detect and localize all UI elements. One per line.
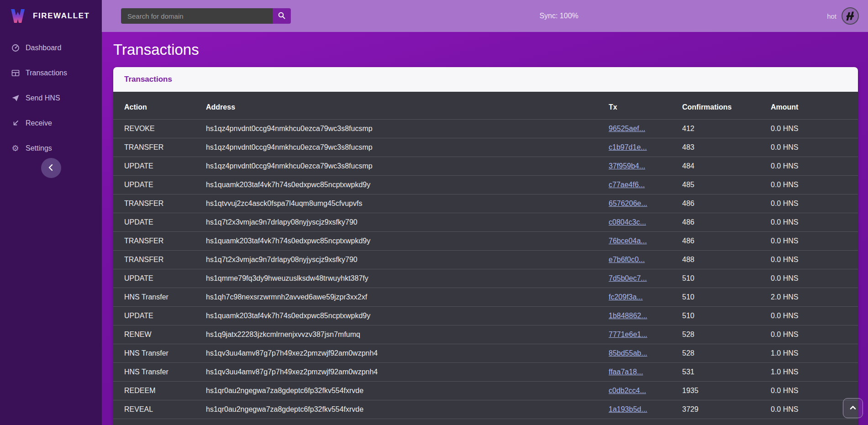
sidebar-item-transactions[interactable]: Transactions	[0, 63, 102, 83]
tx-link[interactable]: c0804c3c...	[609, 218, 646, 226]
tx-link[interactable]: 1a193b5d...	[609, 405, 647, 413]
handshake-avatar-icon[interactable]	[842, 7, 859, 25]
action-cell: UPDATE	[113, 157, 206, 176]
address-cell: hs1qr0au2ngegwa7za8gdeptc6fp32fkv554fxrv…	[206, 400, 609, 419]
address-cell: hs1q9jatx22283jzkcmlrnenjxvvzv387jsn7mfu…	[206, 325, 609, 344]
table-row: TRANSFER hs1quamk203taf4vk7h74s0edxpwc85…	[113, 232, 858, 251]
address-cell: hs1q7t2x3vmjac9n7drlapy08nyjyscjz9xsfky7…	[206, 251, 609, 269]
table-row: UPDATE hs1q7t2x3vmjac9n7drlapy08nyjyscjz…	[113, 213, 858, 232]
sidebar-item-receive[interactable]: Receive	[0, 113, 102, 133]
confirmations-cell: 531	[682, 363, 771, 382]
amount-cell: 0.0 HNS	[771, 382, 858, 400]
action-cell: HNS Transfer	[113, 288, 206, 307]
domain-search	[121, 8, 291, 24]
amount-cell: 1.0 HNS	[771, 363, 858, 382]
column-header-amount: Amount	[771, 92, 858, 120]
table-row: REVEAL hs1qr0au2ngegwa7za8gdeptc6fp32fkv…	[113, 400, 858, 419]
dashboard-icon	[11, 43, 20, 52]
tx-link[interactable]: 85bd55ab...	[609, 349, 647, 357]
amount-cell: 0.0 HNS	[771, 213, 858, 232]
table-row: TRANSFER hs1qtvvuj2zc4asck0fspa7l4uqm8um…	[113, 194, 858, 213]
firewallet-logo-icon	[8, 6, 27, 26]
table-row: UPDATE hs1qmme79fq3dy9hweuzuslksdw48trwu…	[113, 269, 858, 288]
confirmations-cell: 486	[682, 232, 771, 251]
sidebar-nav: Dashboard Transactions Send HNS Receive …	[0, 37, 102, 158]
scroll-to-top-button[interactable]	[843, 398, 863, 418]
address-cell: hs1quamk203taf4vk7h74s0edxpwc85ncptxwpkd…	[206, 176, 609, 194]
tx-link[interactable]: 7d5b0ec7...	[609, 274, 647, 282]
search-icon	[278, 11, 286, 21]
chevron-left-icon	[46, 163, 56, 174]
tx-link[interactable]: c0db2cc4...	[609, 387, 646, 394]
tx-link[interactable]: 37f959b4...	[609, 162, 645, 170]
tx-link[interactable]: fc209f3a...	[609, 293, 643, 301]
search-button[interactable]	[273, 8, 291, 24]
sidebar-item-send-hns[interactable]: Send HNS	[0, 88, 102, 108]
action-cell: TRANSFER	[113, 138, 206, 157]
tx-link[interactable]: 6576206e...	[609, 199, 647, 207]
app-window: FIREWALLET Dashboard Transactions Send H…	[0, 0, 868, 425]
gear-icon: ⚙	[11, 144, 20, 152]
tx-link[interactable]: ffaa7a18...	[609, 368, 643, 376]
column-header-tx: Tx	[609, 92, 682, 120]
confirmations-cell: 486	[682, 194, 771, 213]
amount-cell: 0.0 HNS	[771, 251, 858, 269]
amount-cell: 1.0 HNS	[771, 344, 858, 363]
sidebar-item-label: Settings	[26, 144, 52, 152]
confirmations-cell: 510	[682, 288, 771, 307]
table-row: TRANSFER hs1q7t2x3vmjac9n7drlapy08nyjysc…	[113, 251, 858, 269]
sidebar-item-label: Transactions	[26, 69, 67, 77]
tx-link[interactable]: c77ae4f6...	[609, 181, 645, 189]
confirmations-cell: 3729	[682, 400, 771, 419]
address-cell: hs1qr0au2ngegwa7za8gdeptc6fp32fkv554fxrv…	[206, 382, 609, 400]
column-header-address: Address	[206, 92, 609, 120]
column-header-confirmations: Confirmations	[682, 92, 771, 120]
card-header: Transactions	[113, 67, 858, 92]
confirmations-cell: 485	[682, 176, 771, 194]
table-row: HNS Transfer hs1qh7c98nexsrzwrmnh2avved6…	[113, 288, 858, 307]
sidebar-item-dashboard[interactable]: Dashboard	[0, 37, 102, 58]
amount-cell: 0.0 HNS	[771, 120, 858, 138]
table-header-row: Action Address Tx Confirmations Amount	[113, 92, 858, 120]
confirmations-cell: 1935	[682, 382, 771, 400]
send-icon	[11, 94, 20, 102]
amount-cell: 0.0 HNS	[771, 157, 858, 176]
table-row: UPDATE hs1quamk203taf4vk7h74s0edxpwc85nc…	[113, 176, 858, 194]
confirmations-cell: 510	[682, 269, 771, 288]
brand: FIREWALLET	[0, 0, 102, 32]
address-cell: hs1qh7c98nexsrzwrmnh2avved6awe59jzpr3xx2…	[206, 288, 609, 307]
tx-link[interactable]: 96525aef...	[609, 125, 645, 132]
topbar: Sync: 100% hot	[102, 0, 868, 32]
action-cell: REVEAL	[113, 400, 206, 419]
sidebar-item-label: Dashboard	[26, 44, 61, 52]
tx-link[interactable]: c1b97d1e...	[609, 143, 647, 151]
confirmations-cell: 484	[682, 157, 771, 176]
amount-cell: 0.0 HNS	[771, 194, 858, 213]
content: Transactions Transactions Action Address	[102, 32, 868, 425]
amount-cell: 0.0 HNS	[771, 232, 858, 251]
sidebar-collapse-button[interactable]	[41, 158, 61, 178]
action-cell: TRANSFER	[113, 251, 206, 269]
confirmations-cell: 510	[682, 307, 771, 325]
sync-status: Sync: 100%	[539, 12, 578, 20]
tx-link[interactable]: 1b848862...	[609, 312, 647, 320]
action-cell: UPDATE	[113, 269, 206, 288]
table-row: HNS Transfer hs1qv3uu4amv87g7p7h49xez2pm…	[113, 363, 858, 382]
tx-link[interactable]: 7771e6e1...	[609, 331, 647, 338]
sidebar-item-settings[interactable]: ⚙ Settings	[0, 138, 102, 158]
search-input[interactable]	[121, 8, 273, 24]
transactions-table: Action Address Tx Confirmations Amount R…	[113, 92, 858, 419]
sidebar-item-label: Receive	[26, 119, 52, 127]
column-header-action: Action	[113, 92, 206, 120]
confirmations-cell: 483	[682, 138, 771, 157]
address-cell: hs1quamk203taf4vk7h74s0edxpwc85ncptxwpkd…	[206, 307, 609, 325]
tx-link[interactable]: 76bce04a...	[609, 237, 647, 245]
tx-link[interactable]: e7b6f0c0...	[609, 256, 645, 263]
table-row: REVOKE hs1qz4pnvdnt0ccg94nmkhcu0ezca79wc…	[113, 120, 858, 138]
address-cell: hs1qz4pnvdnt0ccg94nmkhcu0ezca79wc3s8fucs…	[206, 157, 609, 176]
card-title: Transactions	[124, 75, 172, 84]
confirmations-cell: 528	[682, 344, 771, 363]
action-cell: HNS Transfer	[113, 344, 206, 363]
chevron-up-icon	[847, 402, 858, 415]
main-area: Sync: 100% hot Transactions	[102, 0, 868, 425]
